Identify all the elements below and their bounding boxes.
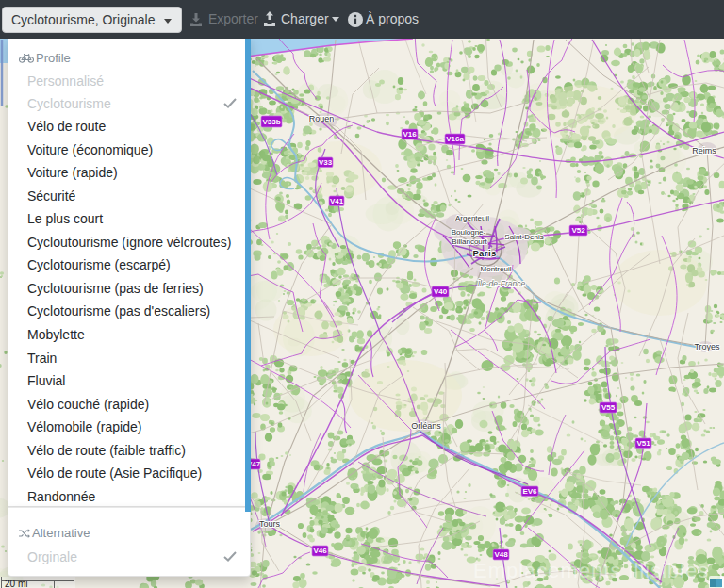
svg-text:Boulogne-: Boulogne- <box>452 228 486 237</box>
svg-text:Paris: Paris <box>472 248 496 258</box>
svg-text:Billancourt: Billancourt <box>452 237 487 246</box>
svg-text:Montreuil: Montreuil <box>481 265 512 273</box>
svg-text:V48: V48 <box>494 550 508 559</box>
svg-text:Emplacements illisibles: Emplacements illisibles <box>473 559 709 582</box>
svg-text:Reims: Reims <box>692 146 716 155</box>
svg-text:V33b: V33b <box>262 118 280 126</box>
svg-text:Tours: Tours <box>259 519 281 529</box>
svg-text:V41: V41 <box>330 197 344 205</box>
svg-text:Argenteuil: Argenteuil <box>455 214 489 222</box>
svg-text:Saint-Denis: Saint-Denis <box>504 233 543 241</box>
svg-text:V51: V51 <box>636 439 650 448</box>
svg-text:V52: V52 <box>571 226 585 235</box>
svg-text:V55: V55 <box>601 403 616 412</box>
svg-text:V16: V16 <box>403 130 417 139</box>
svg-text:Île-de-France: Île-de-France <box>478 279 526 288</box>
svg-text:Rouen: Rouen <box>309 114 335 123</box>
svg-text:V46: V46 <box>313 547 327 555</box>
svg-text:V40: V40 <box>434 287 448 296</box>
svg-text:Orléans: Orléans <box>411 421 441 431</box>
svg-text:V16a: V16a <box>446 135 464 143</box>
svg-text:V33: V33 <box>319 158 333 167</box>
svg-text:EV6: EV6 <box>522 487 537 496</box>
svg-text:Troyes: Troyes <box>694 342 720 351</box>
